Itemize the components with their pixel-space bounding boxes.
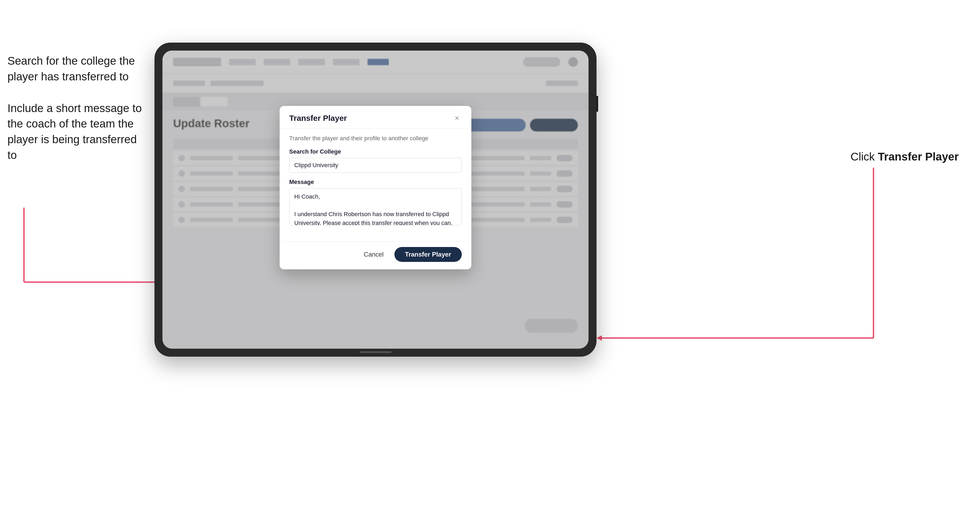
modal-subtitle: Transfer the player and their profile to… [289,135,462,142]
search-college-input[interactable] [289,158,462,173]
tablet-screen: Update Roster [162,51,589,349]
tablet-side-button [597,96,598,112]
modal-close-button[interactable]: × [452,113,462,123]
annotation-message-text: Include a short message to the coach of … [8,101,146,163]
message-label: Message [289,179,462,186]
annotation-left: Search for the college the player has tr… [8,53,146,179]
transfer-player-modal: Transfer Player × Transfer the player an… [280,106,471,269]
modal-title: Transfer Player [289,114,347,123]
modal-overlay: Transfer Player × Transfer the player an… [162,51,589,349]
message-textarea[interactable]: Hi Coach, I understand Chris Robertson h… [289,188,462,225]
tablet-device: Update Roster [154,43,597,357]
cancel-button[interactable]: Cancel [358,248,389,261]
annotation-search-text: Search for the college the player has tr… [8,53,146,85]
tablet-home-indicator [360,351,391,353]
modal-body: Transfer the player and their profile to… [280,129,471,241]
transfer-player-button[interactable]: Transfer Player [395,247,462,262]
annotation-right: Click Transfer Player [851,149,959,165]
svg-marker-5 [597,335,602,341]
modal-footer: Cancel Transfer Player [280,241,471,269]
modal-header: Transfer Player × [280,106,471,129]
search-college-label: Search for College [289,148,462,155]
annotation-right-text: Click Transfer Player [851,149,959,165]
